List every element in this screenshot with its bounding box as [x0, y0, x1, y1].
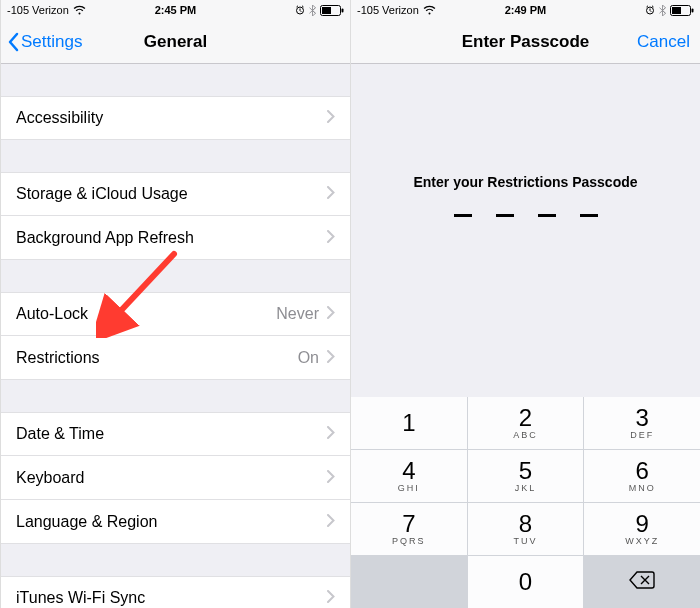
- cell-detail: On: [298, 349, 319, 367]
- battery-icon: [320, 5, 344, 16]
- cell-detail: Never: [276, 305, 319, 323]
- keypad-0[interactable]: 0: [468, 556, 584, 608]
- carrier-text: -105 Verizon: [357, 4, 419, 16]
- key-number: 5: [519, 459, 532, 483]
- row-storage-icloud[interactable]: Storage & iCloud Usage: [1, 172, 350, 216]
- cell-label: Auto-Lock: [16, 305, 276, 323]
- key-number: 3: [635, 406, 648, 430]
- chevron-right-icon: [327, 513, 335, 531]
- keypad-3[interactable]: 3 DEF: [584, 397, 700, 449]
- row-accessibility[interactable]: Accessibility: [1, 96, 350, 140]
- cell-label: Restrictions: [16, 349, 298, 367]
- row-date-time[interactable]: Date & Time: [1, 412, 350, 456]
- nav-bar: Enter Passcode Cancel: [351, 20, 700, 64]
- passcode-pane: -105 Verizon 2:49 PM Enter Passcode Canc…: [350, 0, 700, 608]
- chevron-left-icon: [7, 32, 19, 52]
- chevron-right-icon: [327, 425, 335, 443]
- key-number: 2: [519, 406, 532, 430]
- key-letters: ABC: [513, 430, 538, 440]
- cell-label: Keyboard: [16, 469, 327, 487]
- alarm-icon: [645, 5, 655, 15]
- chevron-right-icon: [327, 109, 335, 127]
- status-bar: -105 Verizon 2:45 PM: [1, 0, 350, 20]
- alarm-icon: [295, 5, 305, 15]
- row-background-refresh[interactable]: Background App Refresh: [1, 216, 350, 260]
- status-bar: -105 Verizon 2:49 PM: [351, 0, 700, 20]
- keypad-4[interactable]: 4 GHI: [351, 450, 467, 502]
- numeric-keypad: 1 2 ABC 3 DEF 4 GHI 5 JKL 6 MNO 7 PQRS 8: [351, 397, 700, 608]
- key-number: 1: [402, 411, 415, 435]
- chevron-right-icon: [327, 349, 335, 367]
- row-language-region[interactable]: Language & Region: [1, 500, 350, 544]
- keypad-2[interactable]: 2 ABC: [468, 397, 584, 449]
- cell-label: Date & Time: [16, 425, 327, 443]
- battery-icon: [670, 5, 694, 16]
- backspace-icon: [629, 571, 655, 593]
- chevron-right-icon: [327, 305, 335, 323]
- cell-label: Storage & iCloud Usage: [16, 185, 327, 203]
- passcode-dash: [538, 214, 556, 217]
- key-number: 0: [519, 570, 532, 594]
- chevron-right-icon: [327, 589, 335, 607]
- keypad-9[interactable]: 9 WXYZ: [584, 503, 700, 555]
- passcode-dash: [454, 214, 472, 217]
- wifi-icon: [73, 5, 86, 15]
- key-number: 9: [635, 512, 648, 536]
- passcode-dash: [580, 214, 598, 217]
- keypad-5[interactable]: 5 JKL: [468, 450, 584, 502]
- key-number: 8: [519, 512, 532, 536]
- row-keyboard[interactable]: Keyboard: [1, 456, 350, 500]
- key-letters: GHI: [398, 483, 420, 493]
- svg-rect-7: [672, 7, 681, 14]
- svg-rect-3: [342, 8, 344, 12]
- cancel-button[interactable]: Cancel: [637, 32, 690, 52]
- status-time: 2:49 PM: [505, 4, 547, 16]
- keypad-7[interactable]: 7 PQRS: [351, 503, 467, 555]
- keypad-blank: [351, 556, 467, 608]
- nav-bar: Settings General: [1, 20, 350, 64]
- key-number: 6: [635, 459, 648, 483]
- svg-rect-2: [322, 7, 331, 14]
- row-itunes-wifi-sync[interactable]: iTunes Wi-Fi Sync: [1, 576, 350, 608]
- back-button[interactable]: Settings: [1, 32, 82, 52]
- cell-label: Language & Region: [16, 513, 327, 531]
- passcode-field: [454, 214, 598, 217]
- keypad-1[interactable]: 1: [351, 397, 467, 449]
- status-time: 2:45 PM: [155, 4, 197, 16]
- settings-list[interactable]: Accessibility Storage & iCloud Usage Bac…: [1, 64, 350, 608]
- row-auto-lock[interactable]: Auto-Lock Never: [1, 292, 350, 336]
- chevron-right-icon: [327, 185, 335, 203]
- passcode-dash: [496, 214, 514, 217]
- carrier-text: -105 Verizon: [7, 4, 69, 16]
- key-letters: TUV: [513, 536, 537, 546]
- row-restrictions[interactable]: Restrictions On: [1, 336, 350, 380]
- settings-general-pane: -105 Verizon 2:45 PM Settings General: [0, 0, 350, 608]
- cell-label: Accessibility: [16, 109, 327, 127]
- key-letters: MNO: [629, 483, 656, 493]
- keypad-6[interactable]: 6 MNO: [584, 450, 700, 502]
- page-title: Enter Passcode: [462, 32, 590, 52]
- key-letters: JKL: [515, 483, 537, 493]
- page-title: General: [144, 32, 207, 52]
- bluetooth-icon: [659, 5, 666, 16]
- key-letters: PQRS: [392, 536, 426, 546]
- back-label: Settings: [21, 32, 82, 52]
- passcode-prompt: Enter your Restrictions Passcode: [413, 174, 637, 190]
- cell-label: Background App Refresh: [16, 229, 327, 247]
- key-number: 7: [402, 512, 415, 536]
- cell-label: iTunes Wi-Fi Sync: [16, 589, 327, 607]
- bluetooth-icon: [309, 5, 316, 16]
- svg-rect-8: [692, 8, 694, 12]
- chevron-right-icon: [327, 469, 335, 487]
- key-letters: DEF: [630, 430, 654, 440]
- wifi-icon: [423, 5, 436, 15]
- key-number: 4: [402, 459, 415, 483]
- key-letters: WXYZ: [625, 536, 659, 546]
- chevron-right-icon: [327, 229, 335, 247]
- keypad-delete[interactable]: [584, 556, 700, 608]
- keypad-8[interactable]: 8 TUV: [468, 503, 584, 555]
